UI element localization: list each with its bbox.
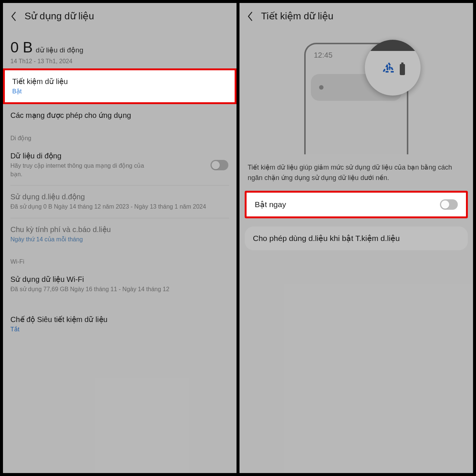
page-title: Tiết kiệm dữ liệu: [261, 10, 334, 22]
allowed-networks-row[interactable]: Các mạng được phép cho ứng dụng: [3, 104, 237, 126]
allowed-networks-title: Các mạng được phép cho ứng dụng: [10, 111, 229, 120]
battery-icon: [400, 64, 405, 75]
date-range: 14 Th12 - 13 Th1, 2024: [10, 58, 229, 65]
phone-time: 12:45: [314, 51, 332, 60]
data-saver-status: Bật: [12, 87, 227, 96]
data-saver-icon: [380, 61, 397, 78]
description-text: Tiết kiệm dữ liệu giúp giảm mức sử dụng …: [239, 157, 473, 191]
mobile-data-toggle[interactable]: [210, 160, 228, 170]
data-summary: 0 B dữ liệu di động 14 Th12 - 13 Th1, 20…: [3, 29, 237, 68]
section-wifi-label: Wi-Fi: [3, 250, 237, 268]
turn-on-now-row[interactable]: Bật ngay: [247, 193, 466, 216]
data-saver-title: Tiết kiệm dữ liệu: [12, 77, 227, 86]
mobile-usage-row[interactable]: Sử dụng d.liệu d.động Đã sử dụng 0 B Ngà…: [3, 186, 237, 218]
section-mobile-label: Di động: [3, 126, 237, 145]
back-icon[interactable]: [10, 12, 18, 20]
billing-cycle-sub: Ngày thứ 14 của mỗi tháng: [10, 235, 229, 244]
turn-on-now-label: Bật ngay: [255, 200, 458, 209]
zoom-circle: [365, 40, 421, 96]
data-amount: 0 B: [10, 39, 33, 56]
header-left: Sử dụng dữ liệu: [3, 3, 237, 29]
mobile-data-sub: Hãy truy cập internet thông qua mạng di …: [10, 162, 152, 178]
wifi-usage-sub: Đã sử dụng 77,69 GB Ngày 16 tháng 11 - N…: [10, 285, 229, 293]
right-panel: Tiết kiệm dữ liệu 12:45 Tiết kiệm dữ liệ…: [239, 3, 473, 473]
mobile-data-title: Dữ liệu di động: [10, 151, 229, 160]
wifi-usage-row[interactable]: Sử dụng dữ liệu Wi-Fi Đã sử dụng 77,69 G…: [3, 268, 237, 300]
phone-card-dot: [319, 85, 324, 90]
allow-data-label: Cho phép dùng d.liệu khi bật T.kiệm d.li…: [253, 234, 460, 243]
data-type-label: dữ liệu di động: [36, 46, 83, 54]
billing-cycle-title: Chu kỳ tính phí và c.báo d.liệu: [10, 225, 229, 234]
turn-on-now-toggle[interactable]: [440, 199, 458, 210]
billing-cycle-row[interactable]: Chu kỳ tính phí và c.báo d.liệu Ngày thứ…: [3, 218, 237, 250]
ultra-saver-row[interactable]: Chế độ Siêu tiết kiệm dữ liệu Tắt: [3, 308, 237, 340]
header-right: Tiết kiệm dữ liệu: [239, 3, 473, 29]
wifi-usage-title: Sử dụng dữ liệu Wi-Fi: [10, 275, 229, 284]
mobile-data-row[interactable]: Dữ liệu di động Hãy truy cập internet th…: [3, 145, 237, 185]
ultra-saver-status: Tắt: [10, 325, 229, 334]
mobile-usage-sub: Đã sử dụng 0 B Ngày 14 tháng 12 năm 2023…: [10, 203, 229, 211]
left-panel: Sử dụng dữ liệu 0 B dữ liệu di động 14 T…: [3, 3, 237, 473]
page-title: Sử dụng dữ liệu: [25, 10, 94, 22]
allow-data-card: Cho phép dùng d.liệu khi bật T.kiệm d.li…: [245, 226, 468, 250]
turn-on-now-card: Bật ngay: [245, 191, 468, 218]
illustration: 12:45: [295, 43, 418, 154]
allow-data-row[interactable]: Cho phép dùng d.liệu khi bật T.kiệm d.li…: [245, 226, 468, 250]
data-saver-row[interactable]: Tiết kiệm dữ liệu Bật: [3, 68, 237, 104]
back-icon[interactable]: [246, 12, 254, 20]
ultra-saver-title: Chế độ Siêu tiết kiệm dữ liệu: [10, 315, 229, 324]
mobile-usage-title: Sử dụng d.liệu d.động: [10, 192, 229, 201]
